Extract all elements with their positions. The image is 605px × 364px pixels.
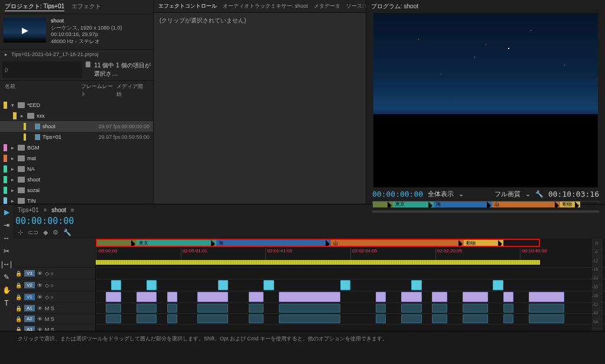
timeline-timecode[interactable]: 00:00:00:00 <box>13 216 605 226</box>
clip[interactable] <box>279 304 340 313</box>
clip[interactable] <box>136 314 157 323</box>
ripple-tool-icon[interactable]: ↔ <box>3 234 10 242</box>
timeline-tab-2[interactable]: shoot <box>51 207 66 213</box>
clip[interactable] <box>529 314 564 323</box>
marker-segment[interactable]: 山 <box>331 240 463 246</box>
clip[interactable] <box>376 292 386 302</box>
clip[interactable] <box>197 292 228 302</box>
clip[interactable] <box>503 292 513 302</box>
clip[interactable] <box>376 304 386 313</box>
bin-item[interactable]: shoot 29.97 fps 00:00:00:00 <box>0 121 153 132</box>
hand-tool-icon[interactable]: ✋ <box>2 286 11 294</box>
clip[interactable] <box>167 314 177 323</box>
clip[interactable] <box>401 304 421 313</box>
program-scrub-bar[interactable] <box>372 210 599 213</box>
timeline-tab-1[interactable]: Tips+01 <box>18 207 38 213</box>
bin-item[interactable]: ▸ shoot <box>0 174 153 185</box>
bin-item[interactable]: ▸ BGM <box>0 142 153 153</box>
source-thumbnail[interactable] <box>4 18 46 43</box>
program-marker-track[interactable]: 東京海山動物 <box>372 201 599 208</box>
bin-item[interactable]: ▸ sozai <box>0 185 153 196</box>
chevron-down-icon[interactable]: ⌄ <box>525 190 531 198</box>
clip[interactable] <box>249 314 264 323</box>
time-ruler[interactable]: :00:00:0002:05:01:0102:01:41:0502:02:04:… <box>96 248 605 260</box>
clip[interactable] <box>136 304 157 313</box>
clip[interactable] <box>264 280 274 290</box>
clip[interactable] <box>463 292 488 302</box>
project-tab[interactable]: プロジェクト: Tips+01 <box>5 2 64 11</box>
program-preview[interactable] <box>373 13 598 187</box>
clip[interactable] <box>249 292 264 302</box>
chevron-down-icon[interactable]: ⌄ <box>458 190 464 198</box>
track-lane[interactable] <box>96 303 605 313</box>
clip[interactable] <box>167 304 177 313</box>
clip[interactable] <box>411 280 421 290</box>
pen-tool-icon[interactable]: ✎ <box>4 273 9 281</box>
bin-item[interactable]: ▸ NA <box>0 164 153 174</box>
track-header-v1[interactable]: 🔒V1👁◇ ○ <box>13 291 95 303</box>
marker-segment[interactable]: 東京 <box>393 202 434 207</box>
marker-segment[interactable]: 海 <box>216 240 331 246</box>
track-select-tool-icon[interactable]: ⇥ <box>4 221 9 229</box>
razor-tool-icon[interactable]: ✂ <box>4 247 9 255</box>
clip[interactable] <box>197 314 228 323</box>
track-lane[interactable] <box>96 279 605 291</box>
marker-bar-highlighted[interactable]: 東京海山動物 <box>96 239 540 247</box>
quality-dropdown[interactable]: フル画質 <box>495 190 521 199</box>
clip[interactable] <box>111 280 121 290</box>
fit-dropdown[interactable]: 全体表示 <box>428 190 454 199</box>
clip[interactable] <box>376 314 386 323</box>
clip[interactable] <box>106 304 121 313</box>
clip[interactable] <box>279 292 340 302</box>
clip[interactable] <box>529 304 564 313</box>
wrench-icon[interactable]: 🔧 <box>63 229 71 236</box>
clip[interactable] <box>463 304 488 313</box>
track-header-a2[interactable]: 🔒A2👁M S <box>13 313 95 324</box>
work-area-bar[interactable] <box>96 260 540 265</box>
col-fps[interactable]: フレームレート <box>81 83 116 98</box>
bin-item[interactable]: ▾ *EED <box>0 100 153 110</box>
clip[interactable] <box>529 292 564 302</box>
clip[interactable] <box>147 280 157 290</box>
marker-segment[interactable]: 動物 <box>464 240 503 246</box>
track-lane[interactable] <box>96 324 605 331</box>
clip[interactable] <box>432 292 447 302</box>
effects-tab[interactable]: エフェクト <box>71 2 101 11</box>
clip[interactable] <box>249 304 264 313</box>
track-header-a1[interactable]: 🔒A1👁M S <box>13 303 95 313</box>
marker-segment[interactable]: 山 <box>492 202 560 207</box>
clip[interactable] <box>279 314 340 323</box>
track-header-v3[interactable]: 🔒V3👁◇ ○ <box>13 267 95 279</box>
marker-segment[interactable] <box>97 240 136 246</box>
clip[interactable] <box>167 292 177 302</box>
clip[interactable] <box>493 280 503 290</box>
clip[interactable] <box>432 314 447 323</box>
metadata-tab[interactable]: メタデータ <box>314 2 340 10</box>
program-tc-left[interactable]: 00:00:00:00 <box>372 190 423 199</box>
clip[interactable] <box>463 314 488 323</box>
marker-segment[interactable]: 動物 <box>560 202 580 207</box>
marker-segment[interactable] <box>373 202 393 207</box>
clip[interactable] <box>106 314 121 323</box>
marker-segment[interactable]: 東京 <box>136 240 216 246</box>
col-name[interactable]: 名前 <box>5 83 81 98</box>
clip[interactable] <box>218 280 228 290</box>
wrench-icon[interactable]: 🔧 <box>535 190 544 198</box>
clip[interactable] <box>106 292 121 302</box>
clip[interactable] <box>197 304 228 313</box>
clip[interactable] <box>503 304 513 313</box>
col-start[interactable]: メディア開始 <box>116 83 148 98</box>
bin-item[interactable]: ▸ mat <box>0 153 153 164</box>
audio-mixer-tab[interactable]: オーディオトラックミキサー: shoot <box>223 2 308 10</box>
clip[interactable] <box>432 304 447 313</box>
clip[interactable] <box>401 292 421 302</box>
program-tab[interactable]: プログラム: shoot <box>371 3 418 9</box>
slip-tool-icon[interactable]: |↔| <box>1 260 12 268</box>
marker-icon[interactable]: ◆ <box>43 229 48 236</box>
bin-item[interactable]: Tips+01 29.97 fps 00:59:59:00 <box>0 132 153 142</box>
source-tab[interactable]: ソース: shoot: <box>346 2 366 10</box>
selection-tool-icon[interactable]: ▶ <box>4 208 9 216</box>
track-header-a3[interactable]: 🔒A3👁M S <box>13 324 95 331</box>
type-tool-icon[interactable]: T <box>4 299 8 307</box>
clip[interactable] <box>136 292 157 302</box>
